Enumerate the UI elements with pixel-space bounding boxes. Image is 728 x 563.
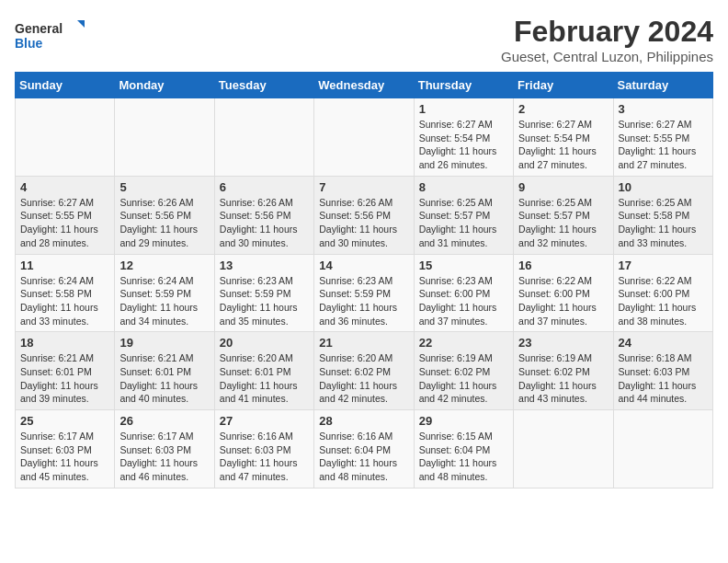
page-subtitle: Gueset, Central Luzon, Philippines [501,49,713,64]
calendar-week-row: 11Sunrise: 6:24 AM Sunset: 5:58 PM Dayli… [16,254,713,332]
calendar-table: SundayMondayTuesdayWednesdayThursdayFrid… [15,72,713,488]
calendar-cell [514,410,613,488]
day-number: 3 [619,102,708,116]
calendar-header-row: SundayMondayTuesdayWednesdayThursdayFrid… [16,73,713,98]
calendar-cell: 16Sunrise: 6:22 AM Sunset: 6:00 PM Dayli… [514,254,613,332]
day-info: Sunrise: 6:23 AM Sunset: 5:59 PM Dayligh… [220,274,309,328]
calendar-cell: 17Sunrise: 6:22 AM Sunset: 6:00 PM Dayli… [613,254,712,332]
svg-marker-1 [77,20,85,28]
day-number: 25 [20,414,109,428]
calendar-cell: 6Sunrise: 6:26 AM Sunset: 5:56 PM Daylig… [214,176,313,254]
day-number: 20 [220,336,309,350]
day-info: Sunrise: 6:26 AM Sunset: 5:56 PM Dayligh… [119,196,209,250]
page-header: General Blue February 2024 Gueset, Centr… [15,15,713,64]
calendar-cell [16,98,115,177]
day-number: 10 [619,180,708,194]
calendar-cell: 13Sunrise: 6:23 AM Sunset: 5:59 PM Dayli… [214,254,313,332]
day-info: Sunrise: 6:20 AM Sunset: 6:01 PM Dayligh… [220,351,309,406]
day-number: 11 [20,259,109,272]
logo: General Blue [15,18,88,52]
day-info: Sunrise: 6:23 AM Sunset: 6:00 PM Dayligh… [419,274,508,328]
svg-text:Blue: Blue [15,36,43,51]
calendar-cell: 15Sunrise: 6:23 AM Sunset: 6:00 PM Dayli… [414,254,513,332]
day-info: Sunrise: 6:16 AM Sunset: 6:03 PM Dayligh… [220,430,309,484]
day-info: Sunrise: 6:24 AM Sunset: 5:59 PM Dayligh… [119,274,209,328]
calendar-week-row: 4Sunrise: 6:27 AM Sunset: 5:55 PM Daylig… [16,176,713,254]
calendar-cell: 3Sunrise: 6:27 AM Sunset: 5:55 PM Daylig… [613,98,712,177]
logo-icon: General Blue [15,18,88,52]
calendar-cell: 5Sunrise: 6:26 AM Sunset: 5:56 PM Daylig… [115,176,214,254]
day-number: 29 [419,414,508,428]
day-number: 4 [20,180,109,194]
calendar-week-row: 25Sunrise: 6:17 AM Sunset: 6:03 PM Dayli… [16,410,713,488]
day-info: Sunrise: 6:20 AM Sunset: 6:02 PM Dayligh… [319,351,408,406]
calendar-cell: 21Sunrise: 6:20 AM Sunset: 6:02 PM Dayli… [314,332,414,410]
day-info: Sunrise: 6:22 AM Sunset: 6:00 PM Dayligh… [619,274,708,328]
header-tuesday: Tuesday [214,73,313,98]
header-friday: Friday [514,73,613,98]
day-number: 22 [419,336,508,350]
calendar-cell: 28Sunrise: 6:16 AM Sunset: 6:04 PM Dayli… [314,410,414,488]
day-info: Sunrise: 6:17 AM Sunset: 6:03 PM Dayligh… [119,430,209,484]
day-info: Sunrise: 6:23 AM Sunset: 5:59 PM Dayligh… [319,274,408,328]
calendar-cell: 12Sunrise: 6:24 AM Sunset: 5:59 PM Dayli… [115,254,214,332]
calendar-cell: 25Sunrise: 6:17 AM Sunset: 6:03 PM Dayli… [16,410,115,488]
day-number: 15 [419,259,508,272]
day-info: Sunrise: 6:27 AM Sunset: 5:54 PM Dayligh… [419,118,508,172]
day-info: Sunrise: 6:22 AM Sunset: 6:00 PM Dayligh… [518,274,608,328]
day-number: 13 [220,259,309,272]
day-number: 27 [220,414,309,428]
day-info: Sunrise: 6:17 AM Sunset: 6:03 PM Dayligh… [20,430,109,484]
header-wednesday: Wednesday [314,73,414,98]
calendar-cell: 29Sunrise: 6:15 AM Sunset: 6:04 PM Dayli… [414,410,513,488]
day-info: Sunrise: 6:19 AM Sunset: 6:02 PM Dayligh… [518,351,608,406]
day-number: 2 [518,102,608,116]
day-info: Sunrise: 6:19 AM Sunset: 6:02 PM Dayligh… [419,351,508,406]
calendar-cell: 27Sunrise: 6:16 AM Sunset: 6:03 PM Dayli… [214,410,313,488]
calendar-cell: 24Sunrise: 6:18 AM Sunset: 6:03 PM Dayli… [613,332,712,410]
header-monday: Monday [115,73,214,98]
day-info: Sunrise: 6:25 AM Sunset: 5:57 PM Dayligh… [518,196,608,250]
calendar-week-row: 18Sunrise: 6:21 AM Sunset: 6:01 PM Dayli… [16,332,713,410]
calendar-cell: 19Sunrise: 6:21 AM Sunset: 6:01 PM Dayli… [115,332,214,410]
calendar-cell: 1Sunrise: 6:27 AM Sunset: 5:54 PM Daylig… [414,98,513,177]
day-number: 16 [518,259,608,272]
day-number: 1 [419,102,508,116]
day-info: Sunrise: 6:26 AM Sunset: 5:56 PM Dayligh… [319,196,408,250]
calendar-cell: 10Sunrise: 6:25 AM Sunset: 5:58 PM Dayli… [613,176,712,254]
day-info: Sunrise: 6:15 AM Sunset: 6:04 PM Dayligh… [419,430,508,484]
calendar-cell: 18Sunrise: 6:21 AM Sunset: 6:01 PM Dayli… [16,332,115,410]
header-sunday: Sunday [16,73,115,98]
day-info: Sunrise: 6:26 AM Sunset: 5:56 PM Dayligh… [220,196,309,250]
calendar-cell: 9Sunrise: 6:25 AM Sunset: 5:57 PM Daylig… [514,176,613,254]
day-number: 9 [518,180,608,194]
day-number: 6 [220,180,309,194]
day-number: 8 [419,180,508,194]
day-info: Sunrise: 6:21 AM Sunset: 6:01 PM Dayligh… [119,351,209,406]
calendar-cell [314,98,414,177]
calendar-cell: 22Sunrise: 6:19 AM Sunset: 6:02 PM Dayli… [414,332,513,410]
title-section: February 2024 Gueset, Central Luzon, Phi… [501,15,713,64]
day-info: Sunrise: 6:27 AM Sunset: 5:54 PM Dayligh… [518,118,608,172]
calendar-cell [115,98,214,177]
header-thursday: Thursday [414,73,513,98]
day-info: Sunrise: 6:27 AM Sunset: 5:55 PM Dayligh… [619,118,708,172]
day-number: 23 [518,336,608,350]
day-number: 26 [119,414,209,428]
calendar-cell: 11Sunrise: 6:24 AM Sunset: 5:58 PM Dayli… [16,254,115,332]
calendar-cell: 14Sunrise: 6:23 AM Sunset: 5:59 PM Dayli… [314,254,414,332]
calendar-cell [214,98,313,177]
calendar-cell: 7Sunrise: 6:26 AM Sunset: 5:56 PM Daylig… [314,176,414,254]
day-info: Sunrise: 6:24 AM Sunset: 5:58 PM Dayligh… [20,274,109,328]
day-number: 24 [619,336,708,350]
day-number: 7 [319,180,408,194]
day-info: Sunrise: 6:16 AM Sunset: 6:04 PM Dayligh… [319,430,408,484]
calendar-cell [613,410,712,488]
day-number: 28 [319,414,408,428]
day-number: 18 [20,336,109,350]
day-info: Sunrise: 6:27 AM Sunset: 5:55 PM Dayligh… [20,196,109,250]
page-title: February 2024 [501,15,713,49]
day-number: 19 [119,336,209,350]
header-saturday: Saturday [613,73,712,98]
day-info: Sunrise: 6:21 AM Sunset: 6:01 PM Dayligh… [20,351,109,406]
